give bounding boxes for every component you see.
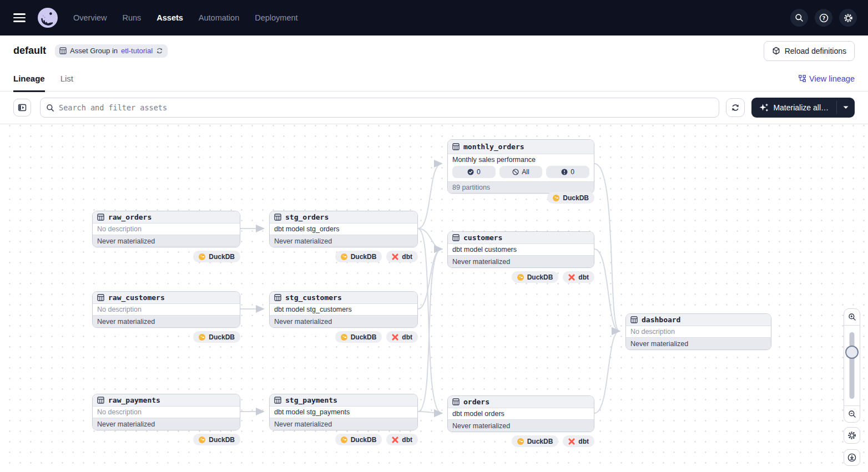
view-lineage-link[interactable]: View lineage <box>799 74 855 83</box>
table-icon <box>452 398 460 405</box>
zoom-in-button[interactable] <box>844 309 860 326</box>
code-location-link[interactable]: etl-tutorial <box>121 47 153 55</box>
kind-tag-dbt[interactable]: dbt <box>386 331 418 343</box>
duckdb-icon <box>341 334 347 341</box>
kind-tag-duckdb[interactable]: DuckDB <box>335 331 382 343</box>
asset-name: monthly_orders <box>463 143 524 151</box>
materialize-all-main[interactable]: Materialize all… <box>751 98 836 118</box>
dbt-icon <box>568 274 575 281</box>
asset-node-stg-payments[interactable]: stg_payments dbt model stg_payments Neve… <box>269 394 418 430</box>
asset-name: customers <box>463 234 502 242</box>
duckdb-icon <box>517 274 524 281</box>
asset-name: orders <box>463 398 489 406</box>
dagster-logo[interactable] <box>38 8 58 28</box>
tabs-bar: Lineage List View lineage <box>0 66 868 92</box>
materialization-status: Never materialized <box>270 235 417 247</box>
asset-node-orders[interactable]: orders dbt model orders Never materializ… <box>447 395 594 432</box>
graph-settings-button[interactable] <box>844 427 860 444</box>
asset-description: No description <box>93 407 240 418</box>
kind-tag-duckdb[interactable]: DuckDB <box>193 331 240 343</box>
dbt-icon <box>568 438 575 445</box>
table-icon <box>274 294 281 301</box>
nav-item-overview[interactable]: Overview <box>73 13 107 22</box>
search-icon[interactable] <box>790 9 808 27</box>
tag-row: DuckDB dbt <box>269 331 418 343</box>
asset-node-raw-orders[interactable]: raw_orders No description Never material… <box>92 211 240 247</box>
tab-lineage[interactable]: Lineage <box>13 66 45 92</box>
asset-description: No description <box>626 326 771 337</box>
table-icon <box>97 294 104 301</box>
gear-icon[interactable] <box>839 9 857 27</box>
nav-item-runs[interactable]: Runs <box>122 13 141 22</box>
page-header: default Asset Group in etl-tutorial Relo… <box>0 35 868 66</box>
asset-node-stg-orders[interactable]: stg_orders dbt model stg_orders Never ma… <box>269 211 418 247</box>
kind-tag-dbt[interactable]: dbt <box>386 251 418 262</box>
zoom-in-icon <box>848 313 856 321</box>
tag-row: DuckDB <box>92 251 240 262</box>
partition-pill-missing[interactable]: All <box>499 166 543 178</box>
asset-description: dbt model stg_payments <box>270 407 417 418</box>
page-title: default <box>13 45 46 57</box>
partition-pill-materialized[interactable]: 0 <box>452 166 496 178</box>
panel-toggle-icon <box>18 103 27 112</box>
zoom-slider-handle[interactable] <box>845 346 859 359</box>
reload-definitions-button[interactable]: Reload definitions <box>764 41 855 61</box>
zoom-slider-track[interactable] <box>850 332 855 399</box>
dbt-icon <box>392 253 398 260</box>
asset-name: dashboard <box>642 316 680 324</box>
download-icon <box>847 453 856 462</box>
partition-count: 89 partitions <box>448 181 594 193</box>
kind-tag-duckdb[interactable]: DuckDB <box>193 251 240 262</box>
asset-node-dashboard[interactable]: dashboard No description Never materiali… <box>625 313 771 350</box>
table-icon <box>97 397 104 404</box>
kind-tag-dbt[interactable]: dbt <box>563 435 594 447</box>
table-icon <box>274 397 281 404</box>
asset-node-customers[interactable]: customers dbt model customers Never mate… <box>447 231 594 268</box>
kind-tag-duckdb[interactable]: DuckDB <box>512 435 559 447</box>
reload-cube-icon <box>772 47 780 55</box>
search-input[interactable] <box>59 103 713 112</box>
refresh-button[interactable] <box>726 98 745 117</box>
check-circle-icon <box>467 169 474 175</box>
zoom-slider[interactable] <box>844 326 860 405</box>
tab-list[interactable]: List <box>60 66 73 92</box>
tag-row: DuckDB <box>92 331 240 343</box>
lineage-canvas[interactable]: monthly_orders Monthly sales performance… <box>0 124 868 472</box>
help-icon[interactable]: ? <box>815 9 832 27</box>
menu-icon[interactable] <box>13 13 26 22</box>
badge-label: Asset Group in <box>70 47 118 55</box>
dbt-icon <box>392 437 398 443</box>
partition-pill-failed[interactable]: 0 <box>546 166 589 178</box>
panel-toggle-button[interactable] <box>13 99 31 116</box>
gear-icon <box>847 431 856 440</box>
nav-item-deployment[interactable]: Deployment <box>255 13 297 22</box>
asset-node-monthly-orders[interactable]: monthly_orders Monthly sales performance… <box>447 139 594 194</box>
duckdb-icon <box>341 437 347 443</box>
asset-name: stg_customers <box>285 293 342 302</box>
materialization-status: Never materialized <box>626 337 771 349</box>
asset-node-stg-customers[interactable]: stg_customers dbt model stg_customers Ne… <box>269 291 418 328</box>
table-icon <box>274 214 281 221</box>
kind-tag-duckdb[interactable]: DuckDB <box>335 251 382 262</box>
tag-row: DuckDB dbt <box>269 434 418 445</box>
zoom-out-button[interactable] <box>844 405 860 422</box>
table-icon <box>452 143 460 150</box>
kind-tag-dbt[interactable]: dbt <box>563 271 594 283</box>
exclamation-circle-icon <box>561 169 568 175</box>
nav-item-assets[interactable]: Assets <box>157 13 183 22</box>
duckdb-icon <box>199 334 205 341</box>
asset-node-raw-payments[interactable]: raw_payments No description Never materi… <box>92 394 240 430</box>
asset-node-raw-customers[interactable]: raw_customers No description Never mater… <box>92 291 240 328</box>
table-icon <box>630 316 638 323</box>
kind-tag-duckdb[interactable]: DuckDB <box>547 192 594 204</box>
kind-tag-duckdb[interactable]: DuckDB <box>335 434 382 445</box>
kind-tag-dbt[interactable]: dbt <box>386 434 418 445</box>
kind-tag-duckdb[interactable]: DuckDB <box>512 271 559 283</box>
duckdb-icon <box>341 253 347 260</box>
sync-icon[interactable] <box>156 47 163 54</box>
materialize-dropdown-button[interactable] <box>837 98 855 118</box>
duckdb-icon <box>199 437 205 443</box>
download-image-button[interactable] <box>844 449 860 466</box>
nav-item-automation[interactable]: Automation <box>199 13 239 22</box>
kind-tag-duckdb[interactable]: DuckDB <box>193 434 240 445</box>
